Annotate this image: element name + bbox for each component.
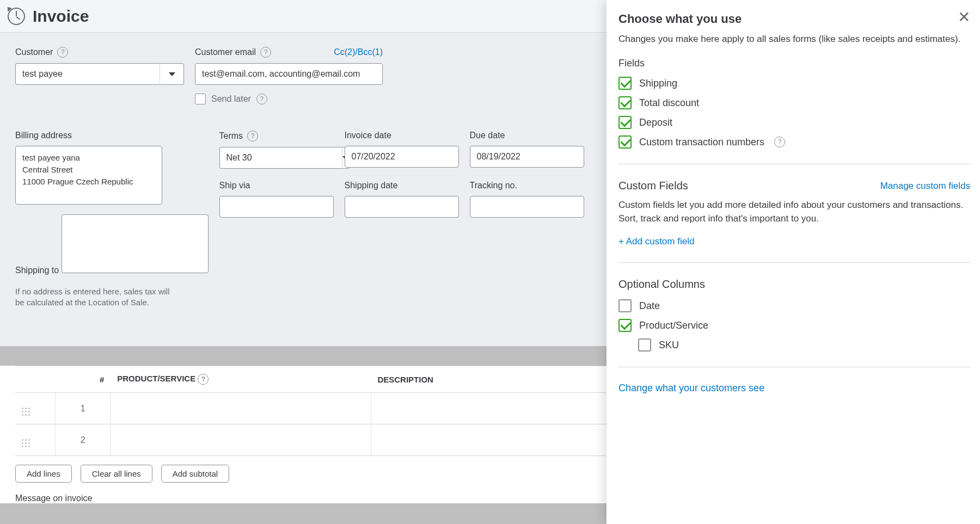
field-deposit-row: Deposit xyxy=(618,116,970,129)
email-input[interactable] xyxy=(195,63,383,85)
field-shipping-row: Shipping xyxy=(618,77,970,90)
help-icon[interactable]: ? xyxy=(774,137,785,147)
deposit-checkbox[interactable] xyxy=(618,116,632,129)
customer-input[interactable] xyxy=(15,63,160,85)
clear-all-lines-button[interactable]: Clear all lines xyxy=(81,465,152,483)
customer-combo[interactable] xyxy=(15,63,184,85)
col-drag xyxy=(15,366,55,393)
cell-product[interactable] xyxy=(111,393,371,424)
deposit-label: Deposit xyxy=(639,117,672,128)
product-service-checkbox[interactable] xyxy=(618,319,632,332)
add-lines-button[interactable]: Add lines xyxy=(15,465,72,483)
help-icon[interactable]: ? xyxy=(260,47,271,58)
column-product-row: Product/Service xyxy=(618,319,970,332)
cc-bcc-link[interactable]: Cc(2)/Bcc(1) xyxy=(334,47,383,57)
custom-fields-heading: Custom Fields xyxy=(618,180,688,192)
add-subtotal-button[interactable]: Add subtotal xyxy=(161,465,229,483)
ship-via-label: Ship via xyxy=(219,181,334,190)
billing-textarea[interactable]: test payee yana Central Street 11000 Pra… xyxy=(15,146,162,205)
cell-product[interactable] xyxy=(111,424,371,456)
ship-via-input[interactable] xyxy=(219,196,334,218)
custom-fields-desc: Custom fields let you add more detailed … xyxy=(618,199,970,225)
invoice-date-label: Invoice date xyxy=(345,131,459,140)
send-later-checkbox[interactable] xyxy=(195,94,206,104)
customer-dropdown-button[interactable] xyxy=(160,63,184,85)
panel-title: Choose what you use xyxy=(618,12,970,26)
date-column-label: Date xyxy=(639,300,660,312)
row-num: 1 xyxy=(55,393,111,424)
add-custom-field-link[interactable]: + Add custom field xyxy=(618,236,970,247)
chevron-down-icon xyxy=(169,72,175,76)
shipping-to-label: Shipping to xyxy=(15,266,59,275)
history-icon[interactable] xyxy=(8,8,25,25)
help-icon[interactable]: ? xyxy=(256,94,267,104)
help-icon[interactable]: ? xyxy=(57,47,68,58)
billing-label: Billing address xyxy=(15,131,209,140)
terms-label: Terms ? xyxy=(219,131,334,141)
shipping-note: If no address is entered here, sales tax… xyxy=(15,286,173,309)
help-icon[interactable]: ? xyxy=(247,131,258,141)
send-later-label: Send later xyxy=(211,94,251,104)
date-column-checkbox[interactable] xyxy=(618,299,632,312)
product-service-label: Product/Service xyxy=(639,320,708,331)
close-icon[interactable]: ✕ xyxy=(958,10,970,25)
help-icon[interactable]: ? xyxy=(198,374,209,385)
invoice-date-input[interactable] xyxy=(345,146,459,168)
customer-label: Customer ? xyxy=(15,47,184,58)
col-product: PRODUCT/SERVICE ? xyxy=(111,366,371,393)
change-customers-see-link[interactable]: Change what your customers see xyxy=(618,383,764,393)
field-custom-txn-row: Custom transaction numbers ? xyxy=(618,135,970,149)
tracking-input[interactable] xyxy=(470,196,584,218)
shipping-label: Shipping xyxy=(639,78,677,89)
cell-description[interactable] xyxy=(371,424,631,456)
col-num: # xyxy=(55,366,111,393)
sku-checkbox[interactable] xyxy=(638,338,651,352)
custom-txn-label: Custom transaction numbers xyxy=(639,137,764,148)
terms-combo[interactable] xyxy=(219,147,334,169)
cell-description[interactable] xyxy=(371,393,631,424)
due-date-label: Due date xyxy=(470,131,584,140)
terms-input[interactable] xyxy=(219,147,342,169)
total-discount-checkbox[interactable] xyxy=(618,96,632,109)
shipping-date-label: Shipping date xyxy=(345,181,459,190)
panel-subtitle: Changes you make here apply to all sales… xyxy=(618,34,970,45)
column-date-row: Date xyxy=(618,299,970,312)
email-label: Customer email ? xyxy=(195,47,271,58)
drag-handle[interactable] xyxy=(15,424,55,456)
total-discount-label: Total discount xyxy=(639,97,699,109)
drag-handle[interactable] xyxy=(15,393,55,424)
optional-columns-heading: Optional Columns xyxy=(618,278,970,291)
send-later-row: Send later ? xyxy=(195,94,383,104)
shipping-to-textarea[interactable] xyxy=(62,214,209,273)
manage-custom-fields-link[interactable]: Manage custom fields xyxy=(880,181,970,192)
settings-panel: ✕ Choose what you use Changes you make h… xyxy=(607,0,980,524)
fields-heading: Fields xyxy=(618,58,970,69)
sku-label: SKU xyxy=(659,340,679,351)
column-sku-row: SKU xyxy=(638,338,970,352)
tracking-label: Tracking no. xyxy=(470,181,584,190)
shipping-checkbox[interactable] xyxy=(618,77,632,90)
row-num: 2 xyxy=(55,424,111,456)
due-date-input[interactable] xyxy=(470,146,584,168)
page-title: Invoice xyxy=(33,7,89,26)
custom-txn-checkbox[interactable] xyxy=(618,135,632,149)
field-total-discount-row: Total discount xyxy=(618,96,970,109)
shipping-date-input[interactable] xyxy=(345,196,459,218)
col-description: DESCRIPTION xyxy=(371,366,631,393)
